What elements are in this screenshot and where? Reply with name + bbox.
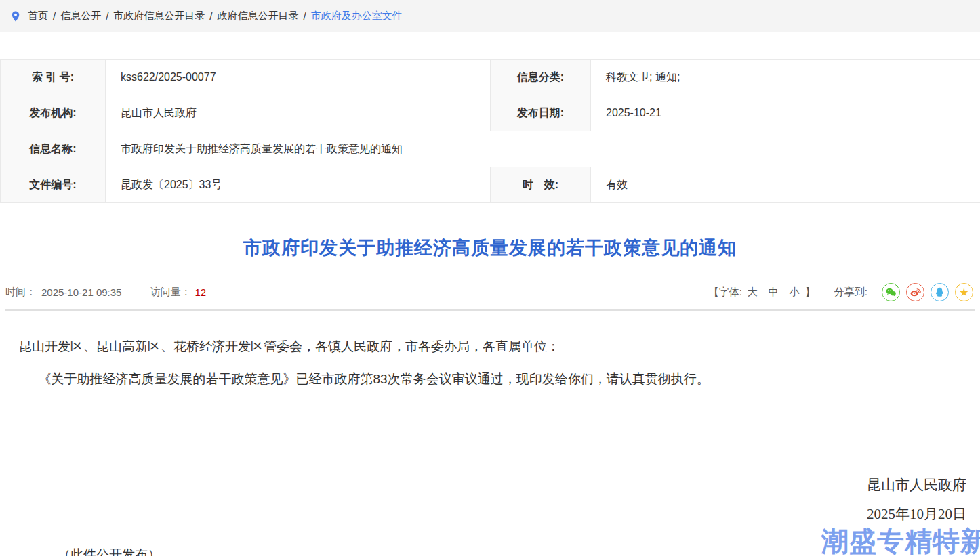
share-wechat-icon[interactable] <box>882 283 900 301</box>
breadcrumb-separator: / <box>209 10 212 22</box>
breadcrumb-separator: / <box>53 10 56 22</box>
field-value-info-category: 科教文卫; 通知; <box>591 60 980 95</box>
visits-value: 12 <box>195 286 206 298</box>
time-value: 2025-10-21 09:35 <box>41 286 121 298</box>
field-value-publish-date: 2025-10-21 <box>591 95 980 131</box>
font-size-large-button[interactable]: 大 <box>748 286 758 299</box>
table-row: 索 引 号: kss622/2025-00077 信息分类: 科教文卫; 通知; <box>1 60 980 95</box>
field-label-issuing-agency: 发布机构: <box>1 95 106 131</box>
breadcrumb-current-office-files[interactable]: 市政府及办公室文件 <box>311 9 403 22</box>
breadcrumb: 首页 / 信息公开 / 市政府信息公开目录 / 政府信息公开目录 / 市政府及办… <box>0 0 980 32</box>
field-label-document-number: 文件编号: <box>1 167 106 203</box>
field-value-index-number: kss622/2025-00077 <box>106 60 491 95</box>
signature-date: 2025年10月20日 <box>19 504 966 524</box>
field-label-info-name: 信息名称: <box>1 131 106 167</box>
document-info-table: 索 引 号: kss622/2025-00077 信息分类: 科教文卫; 通知;… <box>0 59 980 203</box>
breadcrumb-item-gov-open-catalog[interactable]: 政府信息公开目录 <box>218 9 299 22</box>
visits-label: 访问量： <box>150 286 190 299</box>
share-qzone-icon[interactable]: ★ <box>955 283 973 301</box>
font-size-small-button[interactable]: 小 <box>790 286 800 299</box>
table-row: 信息名称: 市政府印发关于助推经济高质量发展的若干政策意见的通知 <box>1 131 980 167</box>
breadcrumb-item-gov-info-catalog[interactable]: 市政府信息公开目录 <box>113 9 205 22</box>
share-qq-icon[interactable] <box>931 283 949 301</box>
field-label-info-category: 信息分类: <box>491 60 591 95</box>
font-size-prefix: 【字体: <box>709 286 742 299</box>
breadcrumb-item-home[interactable]: 首页 <box>28 9 48 22</box>
field-value-info-name: 市政府印发关于助推经济高质量发展的若干政策意见的通知 <box>106 131 980 167</box>
field-value-issuing-agency: 昆山市人民政府 <box>106 95 491 131</box>
field-label-validity: 时 效: <box>491 167 591 203</box>
share-label: 分享到: <box>834 286 867 299</box>
breadcrumb-separator: / <box>304 10 306 22</box>
font-size-suffix: 】 <box>805 286 815 299</box>
page-title: 市政府印发关于助推经济高质量发展的若干政策意见的通知 <box>0 236 980 260</box>
table-row: 文件编号: 昆政发〔2025〕33号 时 效: 有效 <box>1 167 980 203</box>
article-paragraph-main: 《关于助推经济高质量发展的若干政策意见》已经市政府第83次常务会议审议通过，现印… <box>19 369 966 389</box>
table-row: 发布机构: 昆山市人民政府 发布日期: 2025-10-21 <box>1 95 980 131</box>
meta-bar: 时间： 2025-10-21 09:35 访问量： 12 【字体: 大 中 小 … <box>5 283 975 311</box>
field-label-publish-date: 发布日期: <box>491 95 591 131</box>
field-label-index-number: 索 引 号: <box>1 60 106 95</box>
star-icon: ★ <box>959 287 968 298</box>
signature-agency: 昆山市人民政府 <box>19 475 966 495</box>
location-pin-icon <box>9 10 22 22</box>
breadcrumb-item-info-disclosure[interactable]: 信息公开 <box>60 9 101 22</box>
share-weibo-icon[interactable] <box>906 283 924 301</box>
article-paragraph-addressees: 昆山开发区、昆山高新区、花桥经济开发区管委会，各镇人民政府，市各委办局，各直属单… <box>19 337 966 357</box>
public-release-note: （此件公开发布） <box>19 544 966 556</box>
field-value-validity: 有效 <box>591 167 980 203</box>
field-value-document-number: 昆政发〔2025〕33号 <box>106 167 491 203</box>
font-size-medium-button[interactable]: 中 <box>769 286 779 299</box>
time-label: 时间： <box>5 286 36 299</box>
breadcrumb-separator: / <box>106 10 108 22</box>
article-body: 昆山开发区、昆山高新区、花桥经济开发区管委会，各镇人民政府，市各委办局，各直属单… <box>0 311 980 556</box>
